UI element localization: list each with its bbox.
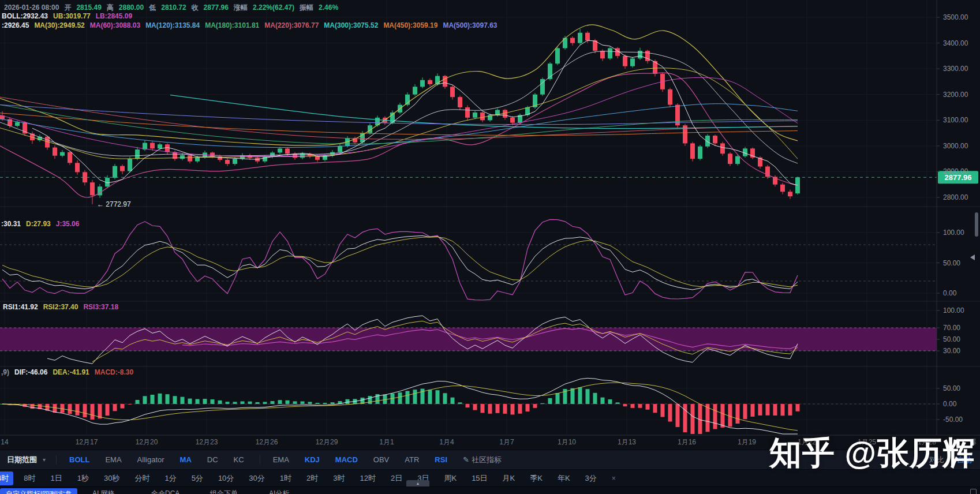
ohlc-value: 2.22%(62.47)	[253, 3, 294, 12]
svg-text:3500.00: 3500.00	[943, 13, 968, 21]
rsi-value: RSI3:37.18	[83, 303, 118, 311]
macd-value: DEA:-41.91	[53, 368, 89, 376]
indicator-dc[interactable]: DC	[207, 455, 218, 464]
ohlc-info-bar: 2026-01-26 08:00开2815.49高2880.00低2810.72…	[4, 3, 343, 13]
period-8时[interactable]: 8时	[24, 473, 35, 484]
svg-text:50.00: 50.00	[943, 335, 960, 343]
svg-text:1月4: 1月4	[439, 438, 454, 446]
svg-text:1月13: 1月13	[618, 438, 636, 446]
ma-value: MA(120):3135.84	[145, 21, 200, 29]
svg-text:12月26: 12月26	[256, 438, 278, 446]
period-1秒[interactable]: 1秒	[77, 473, 89, 484]
period-3分[interactable]: 3分	[585, 473, 597, 484]
indicator-rsi[interactable]: RSI	[435, 455, 447, 464]
indicator-ema[interactable]: EMA	[105, 455, 121, 464]
period-月K[interactable]: 月K	[503, 473, 515, 484]
indicator-obv[interactable]: OBV	[373, 455, 389, 464]
svg-text:100.00: 100.00	[943, 306, 964, 315]
ohlc-value: 开	[64, 3, 71, 12]
panel-expand-icon[interactable]	[970, 489, 977, 494]
svg-text:3000.00: 3000.00	[943, 142, 968, 150]
bottom-tab-1[interactable]: AI 网格	[92, 489, 115, 494]
kdj-readout: :30.31D:27.93J:35.06	[1, 220, 84, 228]
indicator-macd[interactable]: MACD	[335, 455, 358, 464]
period-10分[interactable]: 10分	[218, 473, 234, 484]
boll-readout: BOLL:2932.43UB:3019.77LB:2845.09	[2, 12, 137, 20]
rsi-value: RSI2:37.40	[43, 303, 78, 311]
scrollbar-thumb[interactable]	[975, 212, 978, 237]
ohlc-value: 涨幅	[234, 3, 248, 12]
indicator-kdj[interactable]: KDJ	[305, 455, 320, 464]
indicator-kc[interactable]: KC	[234, 455, 244, 464]
close-icon[interactable]: ×	[612, 474, 616, 482]
chevron-down-icon: ▾	[43, 456, 46, 463]
period-1时[interactable]: 1时	[280, 473, 291, 484]
gridlines	[0, 0, 937, 435]
svg-text:3100.00: 3100.00	[943, 116, 968, 124]
ma-value: MA(180):3101.81	[205, 21, 259, 29]
svg-text:12月23: 12月23	[196, 438, 218, 446]
svg-text:3300.00: 3300.00	[943, 65, 968, 73]
svg-text:0.00: 0.00	[943, 400, 957, 408]
svg-text:100.00: 100.00	[943, 229, 964, 237]
indicator-ma[interactable]: MA	[180, 455, 192, 464]
svg-text:1月1: 1月1	[379, 438, 394, 446]
community-indicators-button[interactable]: ✎社区指标	[463, 455, 502, 465]
period-selected[interactable]: 4时	[0, 471, 13, 485]
divider	[56, 455, 57, 465]
ma-value: MA(450):3059.19	[383, 21, 437, 29]
svg-text:12月29: 12月29	[316, 438, 338, 446]
period-30秒[interactable]: 30秒	[104, 473, 119, 484]
period-2时[interactable]: 2时	[306, 473, 318, 484]
period-15日[interactable]: 15日	[472, 473, 487, 484]
ohlc-value: 2026-01-26 08:00	[4, 3, 59, 12]
period-季K[interactable]: 季K	[530, 473, 543, 484]
svg-text:1月7: 1月7	[499, 438, 514, 446]
period-1日[interactable]: 1日	[50, 473, 62, 484]
macd-histogram	[1, 387, 800, 434]
svg-text:1月10: 1月10	[558, 438, 576, 446]
ohlc-value: 2815.49	[76, 3, 101, 12]
boll-value: UB:3019.77	[53, 12, 91, 20]
low-price-annotation: ← 2772.97	[97, 200, 131, 208]
overlay-ma5	[32, 40, 798, 185]
svg-text:3400.00: 3400.00	[943, 39, 968, 47]
ohlc-value: 2880.00	[119, 3, 144, 12]
bottom-feature-bar: 自定义指标|回测|实盘 AI 网格全仓DCA组合下单AI分析	[0, 486, 980, 494]
indicator-boll[interactable]: BOLL	[69, 455, 89, 464]
period-年K[interactable]: 年K	[558, 473, 570, 484]
ohlc-value: 2810.72	[161, 3, 186, 12]
svg-text:-50.00: -50.00	[943, 416, 963, 424]
bottom-tab-3[interactable]: 组合下单	[210, 489, 238, 494]
period-3时[interactable]: 3时	[333, 473, 345, 484]
macd-readout: ,9)DIF:-46.06DEA:-41.91MACD:-8.30	[1, 368, 139, 376]
price-axis: 3500.003400.003300.003200.003100.003000.…	[937, 13, 968, 424]
macd-value: MACD:-8.30	[95, 368, 133, 376]
boll-value: BOLL:2932.43	[2, 12, 48, 20]
custom-indicator-tab[interactable]: 自定义指标|回测|实盘	[0, 488, 77, 494]
indicator-ema[interactable]: EMA	[273, 455, 289, 464]
ma-value: MA(30):2949.52	[34, 21, 84, 29]
indicator-atr[interactable]: ATR	[405, 455, 419, 464]
period-30分[interactable]: 30分	[249, 473, 264, 484]
ohlc-value: 2877.96	[204, 3, 229, 12]
date-range-button[interactable]: 日期范围	[7, 455, 37, 465]
period-5分[interactable]: 5分	[192, 473, 203, 484]
svg-text:12月17: 12月17	[76, 438, 98, 446]
bottom-tab-2[interactable]: 全仓DCA	[151, 489, 179, 494]
svg-text:30.00: 30.00	[943, 347, 960, 355]
svg-text:0.00: 0.00	[943, 289, 957, 297]
bottom-tab-4[interactable]: AI分析	[269, 489, 289, 494]
indicator-alligator[interactable]: Alligator	[137, 455, 164, 464]
axis-collapse-arrow-icon	[970, 255, 975, 260]
period-2日[interactable]: 2日	[391, 473, 402, 484]
ohlc-value: 2.46%	[319, 3, 338, 12]
period-分时[interactable]: 分时	[134, 473, 149, 484]
period-12时[interactable]: 12时	[360, 473, 376, 484]
period-周K[interactable]: 周K	[444, 473, 457, 484]
period-1分[interactable]: 1分	[164, 473, 176, 484]
svg-text:3200.00: 3200.00	[943, 91, 968, 99]
svg-text:1月19: 1月19	[738, 438, 756, 446]
chart-canvas[interactable]: 2877.96← 2772.973500.003400.003300.00320…	[0, 0, 980, 449]
svg-text:2800.00: 2800.00	[943, 193, 968, 201]
